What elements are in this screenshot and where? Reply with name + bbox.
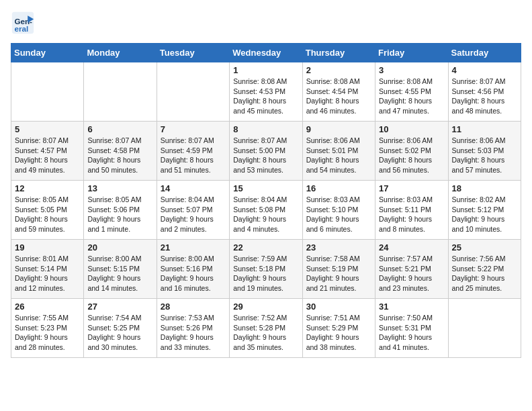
day-info: Sunrise: 7:59 AM Sunset: 5:18 PM Dayligh… — [233, 254, 298, 293]
weekday-header-monday: Monday — [84, 44, 157, 62]
day-info: Sunrise: 8:03 AM Sunset: 5:10 PM Dayligh… — [306, 195, 371, 234]
day-info: Sunrise: 7:57 AM Sunset: 5:21 PM Dayligh… — [379, 254, 444, 293]
day-info: Sunrise: 8:04 AM Sunset: 5:08 PM Dayligh… — [233, 195, 298, 234]
calendar-cell: 19Sunrise: 8:01 AM Sunset: 5:14 PM Dayli… — [11, 240, 84, 299]
day-info: Sunrise: 8:07 AM Sunset: 4:56 PM Dayligh… — [452, 77, 517, 116]
day-info: Sunrise: 8:00 AM Sunset: 5:15 PM Dayligh… — [87, 254, 152, 293]
day-number: 26 — [15, 302, 80, 312]
day-number: 10 — [379, 124, 444, 134]
calendar-cell: 20Sunrise: 8:00 AM Sunset: 5:15 PM Dayli… — [84, 240, 157, 299]
day-info: Sunrise: 8:07 AM Sunset: 5:00 PM Dayligh… — [233, 136, 298, 175]
day-number: 30 — [306, 302, 371, 312]
day-number: 16 — [306, 183, 371, 193]
calendar-cell: 15Sunrise: 8:04 AM Sunset: 5:08 PM Dayli… — [230, 181, 302, 240]
day-info: Sunrise: 7:53 AM Sunset: 5:26 PM Dayligh… — [161, 313, 226, 353]
calendar-cell: 22Sunrise: 7:59 AM Sunset: 5:18 PM Dayli… — [230, 240, 302, 299]
calendar-cell: 26Sunrise: 7:55 AM Sunset: 5:23 PM Dayli… — [11, 299, 84, 358]
day-number: 20 — [87, 242, 152, 253]
weekday-header-row: SundayMondayTuesdayWednesdayThursdayFrid… — [11, 44, 521, 62]
calendar-cell: 17Sunrise: 8:03 AM Sunset: 5:11 PM Dayli… — [375, 181, 448, 240]
day-number: 27 — [87, 302, 152, 312]
day-info: Sunrise: 8:05 AM Sunset: 5:05 PM Dayligh… — [15, 195, 80, 234]
day-number: 7 — [161, 124, 226, 134]
calendar-cell: 23Sunrise: 7:58 AM Sunset: 5:19 PM Dayli… — [302, 240, 375, 299]
day-number: 8 — [233, 124, 298, 134]
day-info: Sunrise: 8:08 AM Sunset: 4:55 PM Dayligh… — [379, 77, 444, 116]
calendar-cell: 16Sunrise: 8:03 AM Sunset: 5:10 PM Dayli… — [302, 181, 375, 240]
day-number: 14 — [161, 183, 226, 193]
calendar-cell — [157, 62, 229, 122]
day-info: Sunrise: 7:58 AM Sunset: 5:19 PM Dayligh… — [306, 254, 371, 293]
day-number: 31 — [379, 302, 444, 312]
day-info: Sunrise: 7:50 AM Sunset: 5:31 PM Dayligh… — [379, 313, 444, 353]
day-number: 11 — [452, 124, 517, 134]
calendar-cell — [11, 62, 84, 122]
day-number: 29 — [233, 302, 298, 312]
calendar-cell: 10Sunrise: 8:06 AM Sunset: 5:02 PM Dayli… — [375, 122, 448, 181]
day-info: Sunrise: 8:06 AM Sunset: 5:01 PM Dayligh… — [306, 136, 371, 175]
calendar-cell — [84, 62, 157, 122]
day-info: Sunrise: 8:04 AM Sunset: 5:07 PM Dayligh… — [161, 195, 226, 234]
day-info: Sunrise: 8:06 AM Sunset: 5:02 PM Dayligh… — [379, 136, 444, 175]
calendar-cell: 21Sunrise: 8:00 AM Sunset: 5:16 PM Dayli… — [157, 240, 229, 299]
calendar-cell: 25Sunrise: 7:56 AM Sunset: 5:22 PM Dayli… — [448, 240, 521, 299]
calendar-cell: 1Sunrise: 8:08 AM Sunset: 4:53 PM Daylig… — [230, 62, 302, 122]
weekday-header-wednesday: Wednesday — [230, 44, 302, 62]
day-info: Sunrise: 8:07 AM Sunset: 4:59 PM Dayligh… — [161, 136, 226, 175]
calendar-cell: 29Sunrise: 7:52 AM Sunset: 5:28 PM Dayli… — [230, 299, 302, 358]
calendar-cell: 31Sunrise: 7:50 AM Sunset: 5:31 PM Dayli… — [375, 299, 448, 358]
day-number: 18 — [452, 183, 517, 193]
day-number: 17 — [379, 183, 444, 193]
week-row-4: 19Sunrise: 8:01 AM Sunset: 5:14 PM Dayli… — [11, 240, 521, 299]
day-info: Sunrise: 7:51 AM Sunset: 5:29 PM Dayligh… — [306, 313, 371, 353]
weekday-header-saturday: Saturday — [448, 44, 521, 62]
calendar-cell — [448, 299, 521, 358]
calendar-cell: 9Sunrise: 8:06 AM Sunset: 5:01 PM Daylig… — [302, 122, 375, 181]
day-number: 28 — [161, 302, 226, 312]
logo: Gen- eral — [11, 11, 38, 35]
day-info: Sunrise: 8:03 AM Sunset: 5:11 PM Dayligh… — [379, 195, 444, 234]
day-info: Sunrise: 7:55 AM Sunset: 5:23 PM Dayligh… — [15, 313, 80, 353]
day-number: 23 — [306, 242, 371, 253]
day-number: 22 — [233, 242, 298, 253]
day-number: 13 — [87, 183, 152, 193]
day-info: Sunrise: 7:54 AM Sunset: 5:25 PM Dayligh… — [87, 313, 152, 353]
calendar-table: SundayMondayTuesdayWednesdayThursdayFrid… — [11, 43, 521, 358]
week-row-2: 5Sunrise: 8:07 AM Sunset: 4:57 PM Daylig… — [11, 122, 521, 181]
day-number: 15 — [233, 183, 298, 193]
day-info: Sunrise: 7:52 AM Sunset: 5:28 PM Dayligh… — [233, 313, 298, 353]
logo-icon: Gen- eral — [11, 11, 35, 35]
day-number: 4 — [452, 65, 517, 75]
day-number: 5 — [15, 124, 80, 134]
day-number: 2 — [306, 65, 371, 75]
svg-text:eral: eral — [14, 24, 28, 33]
day-number: 1 — [233, 65, 298, 75]
day-number: 3 — [379, 65, 444, 75]
calendar-cell: 8Sunrise: 8:07 AM Sunset: 5:00 PM Daylig… — [230, 122, 302, 181]
day-number: 25 — [452, 242, 517, 253]
calendar-cell: 7Sunrise: 8:07 AM Sunset: 4:59 PM Daylig… — [157, 122, 229, 181]
calendar-cell: 5Sunrise: 8:07 AM Sunset: 4:57 PM Daylig… — [11, 122, 84, 181]
calendar-cell: 18Sunrise: 8:02 AM Sunset: 5:12 PM Dayli… — [448, 181, 521, 240]
day-info: Sunrise: 8:02 AM Sunset: 5:12 PM Dayligh… — [452, 195, 517, 234]
calendar-cell: 2Sunrise: 8:08 AM Sunset: 4:54 PM Daylig… — [302, 62, 375, 122]
day-number: 12 — [15, 183, 80, 193]
calendar-cell: 3Sunrise: 8:08 AM Sunset: 4:55 PM Daylig… — [375, 62, 448, 122]
day-info: Sunrise: 8:08 AM Sunset: 4:54 PM Dayligh… — [306, 77, 371, 116]
calendar-cell: 11Sunrise: 8:06 AM Sunset: 5:03 PM Dayli… — [448, 122, 521, 181]
week-row-5: 26Sunrise: 7:55 AM Sunset: 5:23 PM Dayli… — [11, 299, 521, 358]
day-info: Sunrise: 8:07 AM Sunset: 4:58 PM Dayligh… — [87, 136, 152, 175]
week-row-3: 12Sunrise: 8:05 AM Sunset: 5:05 PM Dayli… — [11, 181, 521, 240]
day-info: Sunrise: 8:07 AM Sunset: 4:57 PM Dayligh… — [15, 136, 80, 175]
weekday-header-sunday: Sunday — [11, 44, 84, 62]
day-number: 24 — [379, 242, 444, 253]
calendar-cell: 28Sunrise: 7:53 AM Sunset: 5:26 PM Dayli… — [157, 299, 229, 358]
calendar-cell: 12Sunrise: 8:05 AM Sunset: 5:05 PM Dayli… — [11, 181, 84, 240]
weekday-header-tuesday: Tuesday — [157, 44, 229, 62]
calendar-cell: 14Sunrise: 8:04 AM Sunset: 5:07 PM Dayli… — [157, 181, 229, 240]
calendar-cell: 27Sunrise: 7:54 AM Sunset: 5:25 PM Dayli… — [84, 299, 157, 358]
page-header: Gen- eral — [11, 11, 521, 35]
week-row-1: 1Sunrise: 8:08 AM Sunset: 4:53 PM Daylig… — [11, 62, 521, 122]
day-info: Sunrise: 7:56 AM Sunset: 5:22 PM Dayligh… — [452, 254, 517, 293]
day-number: 6 — [87, 124, 152, 134]
